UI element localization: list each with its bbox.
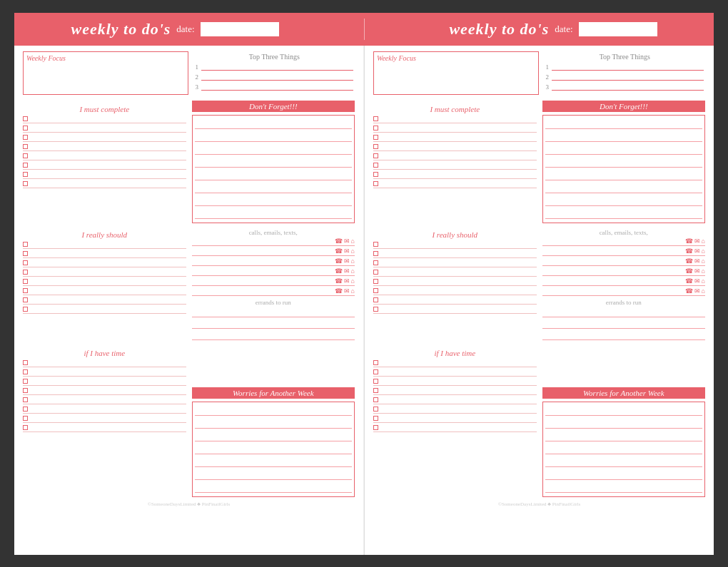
date-input-right[interactable] <box>579 22 657 36</box>
checkbox[interactable] <box>23 135 28 140</box>
checkbox[interactable] <box>373 397 378 402</box>
checkbox[interactable] <box>373 369 378 374</box>
checkbox[interactable] <box>23 144 28 149</box>
checkbox[interactable] <box>373 163 378 168</box>
email-icon: ✉ <box>344 257 350 265</box>
checkbox[interactable] <box>23 369 28 374</box>
line-rule-r2 <box>552 73 704 81</box>
checkbox[interactable] <box>373 388 378 393</box>
list-item <box>23 144 186 151</box>
checkbox[interactable] <box>23 288 28 293</box>
checkbox[interactable] <box>23 397 28 402</box>
call-row: ☎✉⌂ <box>542 257 706 266</box>
list-item <box>373 163 537 170</box>
right-should-list <box>373 242 537 314</box>
right-worries-lines <box>545 404 703 493</box>
date-input-left[interactable] <box>201 22 279 36</box>
list-item <box>373 407 537 414</box>
email-icon: ✉ <box>694 267 700 275</box>
left-column: Weekly Focus Top Three Things 1 2 3 <box>14 46 364 555</box>
checkbox[interactable] <box>23 116 28 121</box>
checkbox[interactable] <box>23 425 28 430</box>
df-line <box>545 143 703 155</box>
checkbox[interactable] <box>23 163 28 168</box>
list-item <box>23 135 186 142</box>
email-icon: ✉ <box>694 237 700 245</box>
list-item <box>373 307 537 314</box>
email-icon: ✉ <box>694 287 700 295</box>
home-icon: ⌂ <box>702 247 705 255</box>
checkbox[interactable] <box>373 379 378 384</box>
phone-icon: ☎ <box>335 257 343 265</box>
checkbox[interactable] <box>373 270 378 275</box>
checkbox[interactable] <box>373 260 378 265</box>
df-line <box>195 131 353 142</box>
right-worries-header: Worries for Another Week <box>542 387 706 399</box>
checkbox[interactable] <box>23 181 28 186</box>
line-num-3: 3 <box>196 83 199 91</box>
left-top-three: Top Three Things 1 2 3 <box>194 51 355 95</box>
checkbox[interactable] <box>373 153 378 158</box>
checkbox[interactable] <box>23 379 28 384</box>
checkbox[interactable] <box>373 126 378 131</box>
checkbox[interactable] <box>373 279 378 284</box>
checkbox[interactable] <box>373 307 378 312</box>
header-title-left: weekly to do's <box>71 20 171 39</box>
list-item <box>373 116 537 123</box>
checkbox[interactable] <box>23 297 28 302</box>
list-item <box>373 270 537 277</box>
left-must-complete: I must complete <box>23 101 186 223</box>
home-icon: ⌂ <box>702 287 705 295</box>
checkbox[interactable] <box>373 144 378 149</box>
checkbox[interactable] <box>23 416 28 421</box>
checkbox[interactable] <box>23 360 28 365</box>
checkbox[interactable] <box>23 172 28 177</box>
checkbox[interactable] <box>373 425 378 430</box>
checkbox[interactable] <box>373 172 378 177</box>
list-item <box>23 242 186 249</box>
call-row: ☎✉⌂ <box>192 237 355 246</box>
left-if-time: if I have time <box>23 344 186 497</box>
right-top-three-title: Top Three Things <box>546 53 704 61</box>
list-item <box>373 135 537 142</box>
right-top-three-line-1: 1 <box>546 63 704 71</box>
header: weekly to do's date: weekly to do's date… <box>14 13 714 46</box>
checkbox[interactable] <box>23 279 28 284</box>
list-item <box>373 242 537 249</box>
checkbox[interactable] <box>373 288 378 293</box>
checkbox[interactable] <box>23 126 28 131</box>
checkbox[interactable] <box>373 297 378 302</box>
checkbox[interactable] <box>373 116 378 121</box>
checkbox[interactable] <box>23 260 28 265</box>
checkbox[interactable] <box>23 270 28 275</box>
checkbox[interactable] <box>23 242 28 247</box>
checkbox[interactable] <box>373 135 378 140</box>
df-line <box>545 195 703 206</box>
checkbox[interactable] <box>23 307 28 312</box>
call-row: ☎✉⌂ <box>192 287 355 296</box>
left-should-list <box>23 242 186 314</box>
df-line <box>545 118 703 129</box>
right-worries: Worries for Another Week <box>542 344 706 497</box>
checkbox[interactable] <box>23 388 28 393</box>
home-icon: ⌂ <box>351 247 355 255</box>
checkbox[interactable] <box>373 416 378 421</box>
phone-icon: ☎ <box>335 247 343 255</box>
right-calls: calls, emails, texts, ☎✉⌂ ☎✉⌂ ☎✉⌂ ☎✉⌂ ☎✉… <box>542 229 706 342</box>
checkbox[interactable] <box>23 153 28 158</box>
errand-line <box>192 307 355 317</box>
right-errands-title: errands to run <box>542 299 706 306</box>
checkbox[interactable] <box>373 242 378 247</box>
home-icon: ⌂ <box>702 257 705 265</box>
email-icon: ✉ <box>694 247 700 255</box>
checkbox[interactable] <box>373 181 378 186</box>
list-item <box>373 126 537 133</box>
worry-line <box>195 430 353 441</box>
checkbox[interactable] <box>373 251 378 256</box>
checkbox[interactable] <box>373 360 378 365</box>
left-if-time-header: if I have time <box>23 349 186 357</box>
checkbox[interactable] <box>23 251 28 256</box>
right-if-time: if I have time <box>373 344 537 497</box>
checkbox[interactable] <box>373 407 378 412</box>
checkbox[interactable] <box>23 407 28 412</box>
